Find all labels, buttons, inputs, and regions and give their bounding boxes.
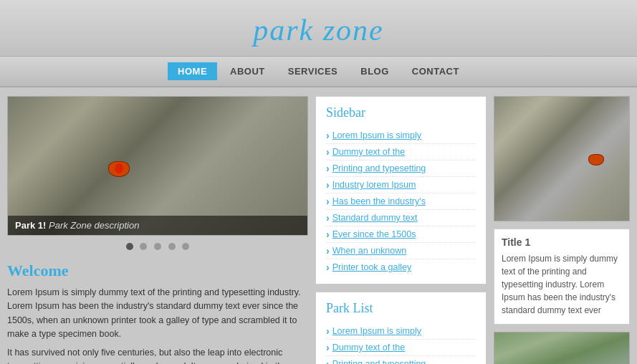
sidebar-link-2[interactable]: Dummy text of the: [332, 147, 405, 157]
sidebar-link-9[interactable]: Printer took a galley: [332, 262, 411, 272]
nav-link-home[interactable]: HOME: [168, 62, 217, 80]
nav-link-blog[interactable]: BLOG: [350, 62, 399, 80]
sidebar-link-8[interactable]: When an unknown: [332, 246, 407, 256]
sidebar-heading: Sidebar: [326, 105, 476, 120]
sidebar-link-1[interactable]: Lorem Ipsum is simply: [332, 130, 421, 140]
nav-item-about[interactable]: ABOUT: [220, 62, 275, 80]
dot-4[interactable]: [168, 243, 176, 250]
dot-2[interactable]: [140, 243, 147, 250]
nav-link-contact[interactable]: CONTACT: [402, 62, 469, 80]
parklist-heading: Park List: [326, 301, 476, 316]
welcome-heading: Welcome: [7, 262, 308, 280]
dot-3[interactable]: [154, 243, 161, 250]
list-item[interactable]: Lorem Ipsum is simply: [326, 128, 476, 144]
list-item[interactable]: When an unknown: [326, 243, 476, 259]
right-bug-decoration: [588, 154, 604, 166]
list-item[interactable]: Industry lorem Ipsum: [326, 177, 476, 193]
right-column: Title 1 Lorem Ipsum is simply dummy text…: [494, 96, 630, 364]
welcome-section: Welcome Lorem Ipsum is simply dummy text…: [7, 256, 308, 364]
sidebar-link-4[interactable]: Industry lorem Ipsum: [332, 180, 416, 190]
sidebar-list: Lorem Ipsum is simply Dummy text of the …: [326, 128, 476, 275]
dot-5[interactable]: [182, 243, 189, 250]
middle-column: Sidebar Lorem Ipsum is simply Dummy text…: [315, 96, 487, 364]
right-image-bottom: [494, 332, 630, 364]
welcome-paragraph-2: It has survived not only five centuries,…: [7, 346, 308, 365]
nav-link-about[interactable]: ABOUT: [220, 62, 275, 80]
list-item[interactable]: Printer took a galley: [326, 259, 476, 275]
site-header: park zone: [0, 0, 637, 57]
content-wrapper: Park 1! Park Zone description Welcome Lo…: [0, 87, 637, 364]
right-info-box: Title 1 Lorem Ipsum is simply dummy text…: [494, 229, 630, 325]
sidebar-link-7[interactable]: Ever since the 1500s: [332, 229, 416, 239]
nav-item-home[interactable]: HOME: [168, 62, 217, 80]
right-description-1: Lorem Ipsum is simply dummy text of the …: [502, 252, 622, 317]
welcome-paragraph-1: Lorem Ipsum is simply dummy text of the …: [7, 286, 308, 342]
list-item[interactable]: Dummy text of the: [326, 340, 476, 356]
navigation: HOME ABOUT SERVICES BLOG CONTACT: [0, 57, 637, 87]
sidebar-box: Sidebar Lorem Ipsum is simply Dummy text…: [315, 96, 487, 284]
list-item[interactable]: Has been the industry's: [326, 193, 476, 210]
parklist-link-3[interactable]: Printing and typesetting: [332, 359, 426, 364]
right-tree-bg-2: [494, 332, 629, 364]
right-image-top: [494, 96, 630, 221]
parklist-list: Lorem Ipsum is simply Dummy text of the …: [326, 323, 476, 364]
nav-item-blog[interactable]: BLOG: [350, 62, 399, 80]
sidebar-link-3[interactable]: Printing and typesetting: [332, 163, 426, 173]
bug-decoration: [108, 161, 130, 177]
nav-list: HOME ABOUT SERVICES BLOG CONTACT: [168, 62, 469, 80]
list-item[interactable]: Standard dummy text: [326, 210, 476, 226]
slider-caption-bold: Park 1!: [15, 220, 46, 231]
list-item[interactable]: Dummy text of the: [326, 144, 476, 161]
left-column: Park 1! Park Zone description Welcome Lo…: [7, 96, 308, 364]
sidebar-link-5[interactable]: Has been the industry's: [332, 196, 426, 206]
list-item[interactable]: Lorem Ipsum is simply: [326, 323, 476, 340]
slider-image: [8, 97, 307, 236]
site-title: park zone: [0, 13, 637, 47]
nav-item-contact[interactable]: CONTACT: [402, 62, 469, 80]
slider-dots[interactable]: [7, 236, 308, 256]
slider-caption-italic: Park Zone description: [49, 220, 139, 231]
dot-1[interactable]: [126, 243, 133, 250]
list-item[interactable]: Ever since the 1500s: [326, 226, 476, 243]
parklist-box: Park List Lorem Ipsum is simply Dummy te…: [315, 292, 487, 364]
parklist-link-2[interactable]: Dummy text of the: [332, 343, 405, 353]
nav-link-services[interactable]: SERVICES: [278, 62, 348, 80]
tree-background: [8, 97, 307, 236]
right-tree-bg: [494, 97, 629, 221]
right-title-1: Title 1: [502, 236, 622, 248]
list-item[interactable]: Printing and typesetting: [326, 161, 476, 177]
parklist-link-1[interactable]: Lorem Ipsum is simply: [332, 326, 421, 336]
slider-caption: Park 1! Park Zone description: [8, 216, 307, 235]
image-slider[interactable]: Park 1! Park Zone description: [7, 96, 308, 236]
nav-item-services[interactable]: SERVICES: [278, 62, 348, 80]
sidebar-link-6[interactable]: Standard dummy text: [332, 213, 418, 223]
list-item[interactable]: Printing and typesetting: [326, 356, 476, 364]
